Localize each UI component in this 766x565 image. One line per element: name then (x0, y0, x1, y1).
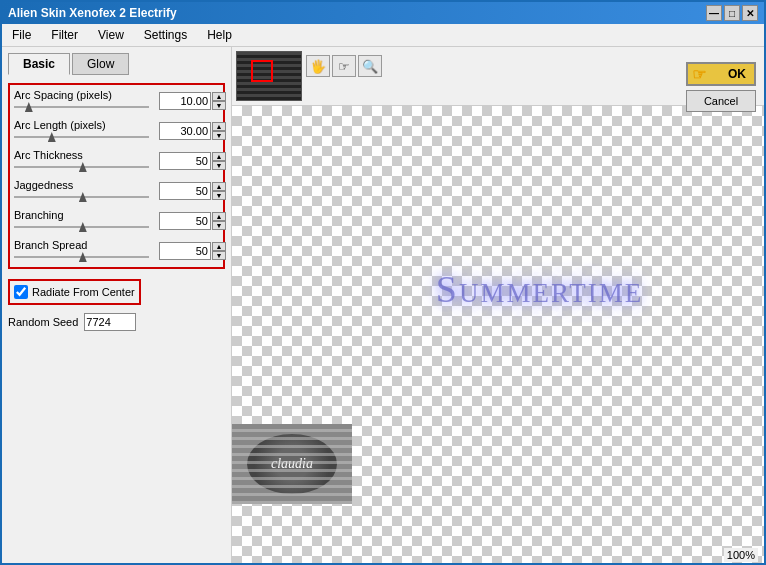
tab-basic[interactable]: Basic (8, 53, 70, 75)
preview-canvas: claudia Summertime 100% (232, 106, 764, 564)
branch-spread-input-group: ▲ ▼ (159, 242, 226, 260)
branch-spread-row: Branch Spread ▲ ▼ (14, 239, 219, 263)
minimize-button[interactable]: — (706, 5, 722, 21)
pointer-tool-icon[interactable]: ☞ (332, 55, 356, 77)
random-seed-label: Random Seed (8, 316, 78, 328)
arc-spacing-input[interactable] (159, 92, 211, 110)
branch-spread-down[interactable]: ▼ (212, 251, 226, 260)
radiate-label: Radiate From Center (32, 286, 135, 298)
branch-spread-up[interactable]: ▲ (212, 242, 226, 251)
title-bar: Alien Skin Xenofex 2 Electrify — □ ✕ (2, 2, 764, 24)
tab-bar: Basic Glow (8, 53, 225, 75)
maximize-button[interactable]: □ (724, 5, 740, 21)
branching-spinners: ▲ ▼ (212, 212, 226, 230)
menu-settings[interactable]: Settings (138, 26, 193, 44)
thumbnail-image (237, 52, 301, 100)
preview-text: Summertime (436, 267, 644, 311)
thumbnail-selection (251, 60, 273, 82)
arc-spacing-down[interactable]: ▼ (212, 101, 226, 110)
menu-help[interactable]: Help (201, 26, 238, 44)
jaggedness-spinners: ▲ ▼ (212, 182, 226, 200)
params-group: Arc Spacing (pixels) ▲ ▼ (8, 83, 225, 269)
cancel-button[interactable]: Cancel (686, 90, 756, 112)
arc-spacing-spinners: ▲ ▼ (212, 92, 226, 110)
random-seed-row: Random Seed (8, 313, 225, 331)
claudia-logo: claudia (232, 424, 352, 504)
jaggedness-input[interactable] (159, 182, 211, 200)
arc-thickness-input[interactable] (159, 152, 211, 170)
arc-spacing-up[interactable]: ▲ (212, 92, 226, 101)
window-controls: — □ ✕ (706, 5, 758, 21)
branch-spread-spinners: ▲ ▼ (212, 242, 226, 260)
content-area: Basic Glow Arc Spacing (pixels) (2, 47, 764, 564)
branching-up[interactable]: ▲ (212, 212, 226, 221)
menu-bar: File Filter View Settings Help (2, 24, 764, 47)
branch-spread-label: Branch Spread (14, 239, 159, 251)
jaggedness-row: Jaggedness ▲ ▼ (14, 179, 219, 203)
arc-thickness-spinners: ▲ ▼ (212, 152, 226, 170)
arc-spacing-row: Arc Spacing (pixels) ▲ ▼ (14, 89, 219, 113)
jaggedness-label: Jaggedness (14, 179, 159, 191)
arc-thickness-up[interactable]: ▲ (212, 152, 226, 161)
branching-label: Branching (14, 209, 159, 221)
window-title: Alien Skin Xenofex 2 Electrify (8, 6, 706, 20)
arc-length-down[interactable]: ▼ (212, 131, 226, 140)
arc-length-row: Arc Length (pixels) ▲ ▼ (14, 119, 219, 143)
main-window: Alien Skin Xenofex 2 Electrify — □ ✕ Fil… (0, 0, 766, 565)
thumbnail (236, 51, 302, 101)
menu-filter[interactable]: Filter (45, 26, 84, 44)
branching-down[interactable]: ▼ (212, 221, 226, 230)
zoom-tool-icon[interactable]: 🔍 (358, 55, 382, 77)
hand-tool-icon[interactable]: 🖐 (306, 55, 330, 77)
arc-length-input-group: ▲ ▼ (159, 122, 226, 140)
arc-length-input[interactable] (159, 122, 211, 140)
tab-glow[interactable]: Glow (72, 53, 129, 75)
branching-input[interactable] (159, 212, 211, 230)
arc-length-spinners: ▲ ▼ (212, 122, 226, 140)
jaggedness-down[interactable]: ▼ (212, 191, 226, 200)
arc-length-label: Arc Length (pixels) (14, 119, 159, 131)
arc-length-up[interactable]: ▲ (212, 122, 226, 131)
branch-spread-input[interactable] (159, 242, 211, 260)
branching-input-group: ▲ ▼ (159, 212, 226, 230)
toolbar-icons: 🖐 ☞ 🔍 (306, 55, 382, 77)
close-button[interactable]: ✕ (742, 5, 758, 21)
menu-view[interactable]: View (92, 26, 130, 44)
arc-thickness-label: Arc Thickness (14, 149, 159, 161)
arc-thickness-row: Arc Thickness ▲ ▼ (14, 149, 219, 173)
left-panel: Basic Glow Arc Spacing (pixels) (2, 47, 232, 564)
zoom-level: 100% (724, 548, 758, 562)
jaggedness-input-group: ▲ ▼ (159, 182, 226, 200)
arc-thickness-input-group: ▲ ▼ (159, 152, 226, 170)
branching-row: Branching ▲ ▼ (14, 209, 219, 233)
arc-spacing-input-group: ▲ ▼ (159, 92, 226, 110)
menu-file[interactable]: File (6, 26, 37, 44)
ok-cancel-area: OK Cancel (686, 62, 756, 112)
right-panel: 🖐 ☞ 🔍 claudia Summertime 100% (232, 47, 764, 564)
arc-thickness-down[interactable]: ▼ (212, 161, 226, 170)
radiate-checkbox[interactable] (14, 285, 28, 299)
ok-button[interactable]: OK (686, 62, 756, 86)
jaggedness-up[interactable]: ▲ (212, 182, 226, 191)
random-seed-input[interactable] (84, 313, 136, 331)
arc-spacing-label: Arc Spacing (pixels) (14, 89, 159, 101)
preview-top-bar: 🖐 ☞ 🔍 (232, 47, 764, 106)
radiate-row: Radiate From Center (8, 279, 141, 305)
